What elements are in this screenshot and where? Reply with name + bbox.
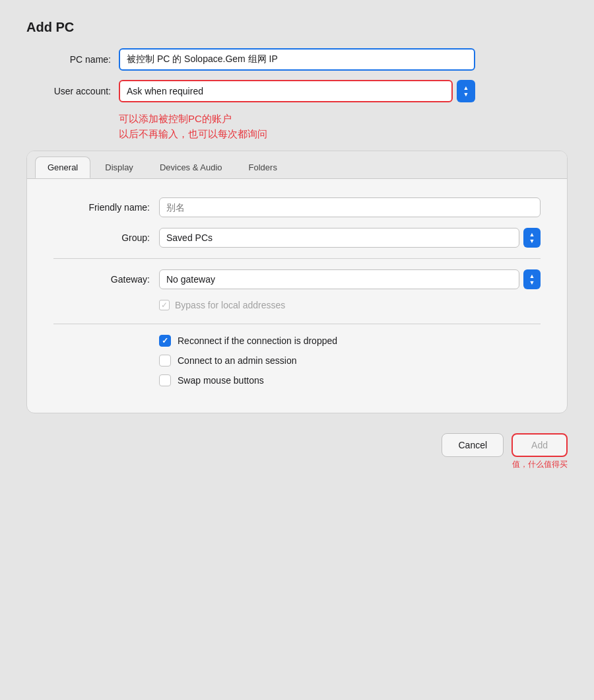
- main-panel: General Display Devices & Audio Folders …: [26, 151, 568, 413]
- gateway-label: Gateway:: [53, 274, 159, 285]
- swap-mouse-row: Swap mouse buttons: [159, 374, 541, 386]
- annotation-text: 可以添加被控制PC的账户 以后不再输入，也可以每次都询问: [119, 112, 568, 141]
- group-select[interactable]: Saved PCs: [159, 228, 519, 248]
- group-value: Saved PCs: [166, 232, 512, 243]
- group-stepper[interactable]: ▲ ▼: [523, 228, 541, 248]
- bottom-section: Cancel Add 值，什么值得买: [26, 433, 568, 457]
- bypass-checkmark: ✓: [161, 300, 168, 310]
- friendly-name-input[interactable]: [159, 197, 541, 217]
- group-label: Group:: [53, 232, 159, 243]
- reconnect-checkmark: ✓: [162, 337, 168, 345]
- reconnect-label: Reconnect if the connection is dropped: [178, 335, 337, 346]
- user-account-select[interactable]: Ask when required: [119, 80, 453, 102]
- admin-session-checkbox[interactable]: [159, 355, 171, 367]
- arrow-down-icon: ▼: [463, 92, 469, 98]
- stepper-arrows: ▲ ▼: [463, 85, 469, 98]
- checkbox-section: ✓ Reconnect if the connection is dropped…: [159, 335, 541, 386]
- friendly-name-row: Friendly name:: [53, 197, 541, 217]
- reconnect-checkbox[interactable]: ✓: [159, 335, 171, 347]
- user-account-wrapper: Ask when required ▲ ▼: [119, 80, 475, 102]
- tab-folders[interactable]: Folders: [237, 157, 289, 178]
- pc-name-label: PC name:: [26, 54, 119, 65]
- user-account-label: User account:: [26, 86, 119, 96]
- gateway-arrow-up: ▲: [529, 273, 535, 279]
- gateway-select[interactable]: No gateway: [159, 269, 519, 289]
- arrow-up-icon: ▲: [463, 85, 469, 91]
- pc-name-row: PC name:: [26, 48, 568, 71]
- gateway-stepper-arrows: ▲ ▼: [529, 273, 535, 286]
- user-account-row: User account: Ask when required ▲ ▼: [26, 80, 568, 102]
- pc-name-input[interactable]: [119, 48, 475, 71]
- group-arrow-down: ▼: [529, 238, 535, 244]
- user-account-value: Ask when required: [127, 86, 445, 96]
- bypass-row: ✓ Bypass for local addresses: [159, 300, 541, 310]
- dialog-title: Add PC: [26, 20, 74, 35]
- gateway-select-wrapper: No gateway ▲ ▼: [159, 269, 541, 289]
- tab-display[interactable]: Display: [93, 157, 145, 178]
- add-button-annotation: 值，什么值得买: [512, 459, 568, 470]
- cancel-button[interactable]: Cancel: [442, 433, 504, 457]
- add-button-wrapper: Add 值，什么值得买: [512, 433, 568, 457]
- tab-devices-audio[interactable]: Devices & Audio: [148, 157, 234, 178]
- panel-content: Friendly name: Group: Saved PCs ▲ ▼ G: [27, 179, 567, 413]
- tab-general[interactable]: General: [35, 157, 90, 178]
- divider-1: [53, 258, 541, 259]
- reconnect-row: ✓ Reconnect if the connection is dropped: [159, 335, 541, 347]
- group-arrow-up: ▲: [529, 232, 535, 238]
- tabs-bar: General Display Devices & Audio Folders: [27, 151, 567, 179]
- admin-session-row: Connect to an admin session: [159, 355, 541, 367]
- group-select-wrapper: Saved PCs ▲ ▼: [159, 228, 541, 248]
- bypass-label: Bypass for local addresses: [175, 300, 285, 310]
- group-stepper-arrows: ▲ ▼: [529, 232, 535, 244]
- gateway-arrow-down: ▼: [529, 280, 535, 286]
- friendly-name-label: Friendly name:: [53, 202, 159, 213]
- divider-2: [53, 324, 541, 324]
- gateway-value: No gateway: [166, 274, 512, 285]
- gateway-stepper[interactable]: ▲ ▼: [523, 269, 541, 289]
- swap-mouse-checkbox[interactable]: [159, 374, 171, 386]
- add-button[interactable]: Add: [512, 433, 568, 457]
- top-section: PC name: User account: Ask when required…: [26, 48, 568, 148]
- admin-session-label: Connect to an admin session: [178, 355, 297, 366]
- group-row: Group: Saved PCs ▲ ▼: [53, 228, 541, 248]
- swap-mouse-label: Swap mouse buttons: [178, 375, 264, 386]
- bypass-checkbox[interactable]: ✓: [159, 300, 170, 310]
- user-account-stepper[interactable]: ▲ ▼: [457, 80, 475, 102]
- gateway-row: Gateway: No gateway ▲ ▼: [53, 269, 541, 289]
